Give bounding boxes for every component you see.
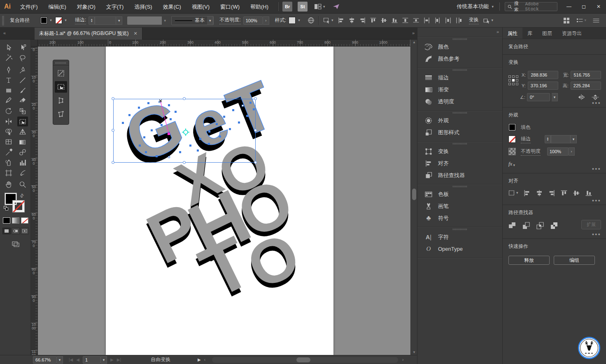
selection-handle[interactable] [254,97,257,100]
panel-options-dropdown[interactable]: ▾ [576,18,586,23]
menu-icon[interactable] [593,18,599,23]
chevron-down-icon[interactable]: ▾ [571,135,577,143]
swap-fill-stroke-icon[interactable]: ⇄ [19,192,26,199]
anchor-point[interactable] [138,107,140,109]
eyedropper-tool[interactable] [3,147,14,157]
widget-grip[interactable] [53,60,69,65]
color-mode-button[interactable] [3,217,10,224]
panel-tab-align[interactable]: 对齐 [417,157,502,169]
draw-behind-button[interactable] [12,228,20,234]
symbol-sprayer-tool[interactable] [3,158,14,168]
scroll-tabs-right-icon[interactable]: » [412,30,415,35]
anchor-point[interactable] [139,145,141,147]
anchor-point[interactable] [253,108,255,110]
zoom-control[interactable]: 66.67% ▾ [33,356,63,364]
next-artboard-button[interactable]: ▶ [109,357,115,362]
opacity-swatch[interactable] [508,148,516,155]
none-mode-button[interactable] [21,217,28,224]
anchor-point[interactable] [175,111,177,113]
artboard-tool[interactable] [3,168,14,178]
anchor-point[interactable] [147,102,149,104]
distribute-bottom-button[interactable] [423,17,430,24]
anchor-point[interactable] [168,156,170,158]
horizontal-ruler[interactable]: 200 100 0 100 200 300 400 500 600 700 80… [38,40,410,47]
scroll-down-icon[interactable]: ▼ [411,350,417,354]
status-expand-icon[interactable]: ▶ [196,357,203,362]
flip-vertical-button[interactable] [592,94,599,100]
scale-tool[interactable] [17,106,28,116]
opacity-label[interactable]: 不透明度 [521,148,541,156]
panel-tab-transparency[interactable]: 透明度 [417,96,502,107]
zoom-tool[interactable] [17,180,28,189]
scrollbar-thumb[interactable] [412,189,416,200]
document-setup-button[interactable] [308,17,315,24]
anchor-point[interactable] [128,114,131,116]
angle-field[interactable] [527,93,550,101]
touch-workspace-icon[interactable] [563,17,570,24]
more-options-icon[interactable]: ●●● [592,198,601,203]
menu-object[interactable]: 对象(O) [72,0,101,14]
width-tool[interactable] [3,117,14,126]
free-distort-button[interactable] [55,108,67,120]
bridge-button[interactable]: Br [282,2,292,12]
align-center-vertical-button[interactable] [380,17,387,24]
width-field[interactable] [571,71,601,79]
scroll-right-icon[interactable]: › [401,357,405,362]
panel-tab-stroke[interactable]: 描边 [417,72,502,84]
align-to-dropdown[interactable]: ▾ [508,190,518,196]
anchor-point[interactable] [249,102,252,104]
last-artboard-button[interactable]: ▶| [115,357,123,362]
slice-tool[interactable] [17,168,28,178]
zoom-value[interactable]: 66.67% [33,356,57,364]
anchor-point[interactable] [156,155,158,157]
chevron-right-icon[interactable]: › [569,147,575,156]
scroll-tabs-left-icon[interactable]: « [3,30,6,35]
expand-button[interactable]: 扩展 [581,220,601,229]
stroke-weight-field[interactable] [551,135,571,143]
default-fill-stroke-icon[interactable] [4,206,8,210]
scroll-left-icon[interactable]: ‹ [203,357,207,362]
effects-button[interactable]: fx ▾ [508,161,600,167]
arrange-documents-button[interactable]: ▾ [314,3,325,10]
distribute-right-button[interactable] [455,17,462,24]
blend-tool[interactable] [17,147,28,157]
anchor-point[interactable] [242,105,244,107]
align-right-button[interactable] [548,189,555,196]
anchor-point[interactable] [197,149,199,152]
menu-help[interactable]: 帮助(H) [245,0,274,14]
align-left-button[interactable] [338,17,345,24]
align-bottom-button[interactable] [585,189,592,196]
gradient-mode-button[interactable] [12,217,19,224]
opacity-field[interactable] [243,16,263,25]
release-button[interactable]: 释放 [508,256,550,265]
vertical-scrollbar[interactable]: ▲ ▼ [410,40,417,355]
perspective-grid-tool[interactable] [17,127,28,137]
close-button[interactable]: ✕ [591,2,606,12]
vertical-ruler[interactable]: 0 100 200 300 400 500 600 700 800 900 10… [31,47,38,355]
anchor-point[interactable] [246,115,248,117]
align-center-horizontal-button[interactable] [536,189,543,196]
stepper-icon[interactable]: ▲▼ [89,16,95,25]
panel-tab-gradient[interactable]: 渐变 [417,84,502,96]
line-segment-tool[interactable] [17,75,28,85]
free-transform-tool[interactable] [17,117,28,126]
panel-tab-pathfinder[interactable]: 路径查找器 [417,169,502,181]
isolate-selection-dropdown[interactable]: ▾ [483,17,494,24]
stroke-weight-field[interactable] [95,16,116,25]
rotate-tool[interactable] [3,106,14,116]
more-options-icon[interactable]: ●●● [592,232,601,236]
fill-swatch[interactable] [508,124,516,131]
stroke-color-swatch[interactable] [12,200,25,212]
align-right-button[interactable] [359,17,366,24]
transform-label[interactable]: 变换 [469,16,479,24]
align-bottom-button[interactable] [391,17,398,24]
curvature-tool[interactable] [17,65,28,75]
anchor-point[interactable] [143,136,145,138]
mesh-tool[interactable] [3,137,14,147]
stroke-color-dropdown[interactable]: ▾ [55,16,68,25]
lasso-tool[interactable] [17,53,28,63]
scroll-up-icon[interactable]: ▲ [411,40,417,44]
previous-artboard-button[interactable]: ◀ [75,357,81,362]
close-tab-icon[interactable]: ✕ [134,31,138,36]
perspective-distort-button[interactable] [55,95,67,106]
